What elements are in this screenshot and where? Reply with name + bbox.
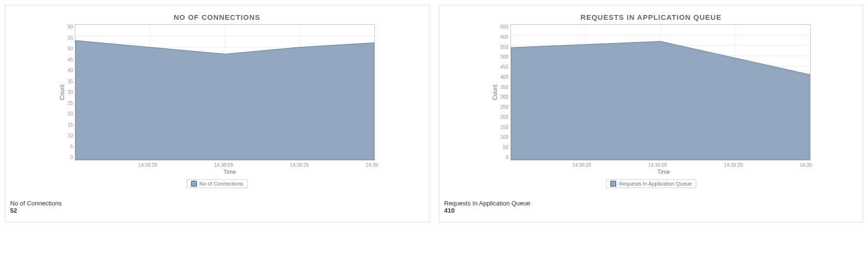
xtick: 14:39:29: [724, 162, 743, 168]
ytick: 150: [500, 125, 509, 130]
ytick: 5: [70, 145, 73, 149]
chart-title: REQUESTS IN APPLICATION QUEUE: [580, 13, 721, 21]
panel-requests: REQUESTS IN APPLICATION QUEUE Count 650 …: [439, 5, 864, 222]
ytick: 15: [68, 123, 73, 128]
ytick: 250: [500, 105, 509, 110]
plot-area[interactable]: [510, 24, 811, 160]
ytick: 25: [68, 101, 73, 106]
ytick: 600: [500, 35, 509, 40]
ytick: 450: [500, 65, 509, 70]
x-axis-label: Time: [223, 169, 236, 175]
ytick: 50: [68, 46, 73, 51]
ytick: 400: [500, 75, 509, 80]
ytick: 0: [506, 155, 509, 160]
legend[interactable]: Requests In Application Queue: [606, 179, 696, 188]
ytick: 550: [500, 45, 509, 50]
ytick: 35: [68, 79, 73, 84]
ytick: 55: [68, 36, 73, 41]
plot-area[interactable]: [75, 24, 375, 160]
stat-block: No of Connections 52: [10, 200, 424, 214]
chart-connections: NO OF CONNECTIONS Count 60 55 50 45 40 3…: [10, 10, 424, 188]
x-axis-label: Time: [657, 169, 670, 175]
x-axis-ticks: . 14:38:29 14:38:59 14:39:29 14:39:: [80, 162, 379, 168]
y-axis-label: Count: [59, 85, 66, 100]
legend-swatch-icon: [610, 181, 616, 187]
y-axis-label: Count: [492, 85, 498, 100]
ytick: 10: [68, 133, 73, 138]
x-axis-row: . 14:38:29 14:38:59 14:39:29 14:39: Time: [489, 160, 813, 175]
x-axis-row: . 14:38:29 14:38:59 14:39:29 14:39: Time: [55, 160, 379, 175]
xtick: 14:39:: [799, 162, 813, 168]
chart-requests: REQUESTS IN APPLICATION QUEUE Count 650 …: [444, 10, 858, 188]
xtick: 14:38:59: [648, 162, 667, 168]
ytick: 45: [68, 58, 73, 62]
ytick: 60: [68, 25, 73, 29]
ytick: 30: [68, 90, 73, 95]
chart-svg: [511, 25, 810, 160]
chart-title: NO OF CONNECTIONS: [174, 13, 261, 21]
legend[interactable]: No of Connections: [187, 179, 248, 188]
stat-label: No of Connections: [10, 200, 424, 207]
ytick: 100: [500, 135, 509, 140]
legend-label: No of Connections: [200, 181, 244, 187]
ytick: 350: [500, 85, 509, 90]
x-axis-ticks: . 14:38:29 14:38:59 14:39:29 14:39:: [514, 162, 813, 168]
xtick: 14:38:29: [138, 162, 157, 168]
stat-value: 410: [444, 207, 858, 214]
ytick: 300: [500, 95, 509, 100]
series-area: [511, 42, 810, 160]
stat-label: Requests In Application Queue: [444, 200, 858, 207]
legend-swatch-icon: [191, 181, 197, 187]
ytick: 40: [68, 68, 73, 73]
stat-block: Requests In Application Queue 410: [444, 200, 858, 214]
chart-body: Count 60 55 50 45 40 35 30 25 20 15 10 5…: [59, 24, 375, 160]
y-axis-ticks: 650 600 550 500 450 400 350 300 250 200 …: [500, 25, 510, 160]
xtick: 14:38:59: [214, 162, 233, 168]
panel-connections: NO OF CONNECTIONS Count 60 55 50 45 40 3…: [5, 5, 429, 222]
chart-svg: [75, 25, 374, 160]
series-area: [75, 41, 374, 160]
legend-label: Requests In Application Queue: [619, 181, 692, 187]
ytick: 500: [500, 55, 509, 59]
dashboard-row: NO OF CONNECTIONS Count 60 55 50 45 40 3…: [0, 0, 868, 227]
y-axis-ticks: 60 55 50 45 40 35 30 25 20 15 10 5 0: [68, 25, 75, 160]
xtick: 14:39:29: [290, 162, 309, 168]
ytick: 0: [70, 155, 73, 160]
chart-body: Count 650 600 550 500 450 400 350 300 25…: [492, 24, 811, 160]
ytick: 50: [503, 145, 508, 150]
ytick: 200: [500, 115, 509, 120]
ytick: 20: [68, 112, 73, 116]
xtick: 14:38:29: [572, 162, 591, 168]
ytick: 650: [500, 25, 509, 29]
xtick: 14:39:: [366, 162, 379, 168]
stat-value: 52: [10, 207, 424, 214]
